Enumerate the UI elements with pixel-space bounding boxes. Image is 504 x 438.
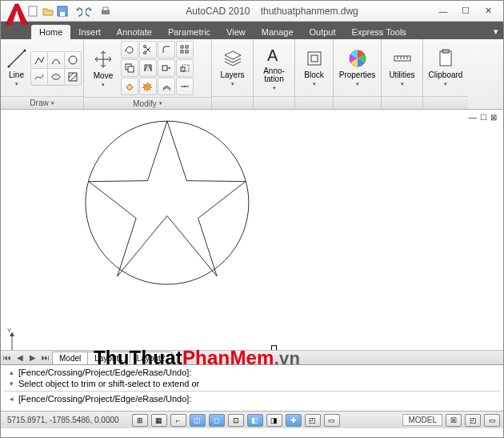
layout-prev-button[interactable]: ◀ bbox=[14, 353, 26, 362]
tab-view[interactable]: View bbox=[218, 25, 254, 39]
arc-button[interactable] bbox=[47, 51, 65, 69]
ribbon-tabs: Home Insert Annotate Parametric View Man… bbox=[1, 22, 503, 39]
layout-tab-model[interactable]: Model bbox=[52, 352, 88, 364]
status-model-button[interactable]: MODEL bbox=[402, 414, 442, 426]
utilities-button[interactable]: Utilities ▾ bbox=[386, 42, 418, 94]
copy-button[interactable] bbox=[121, 59, 138, 77]
status-dyn[interactable]: ✚ bbox=[286, 414, 302, 427]
redo-icon[interactable] bbox=[86, 6, 97, 17]
join-button[interactable] bbox=[176, 78, 194, 95]
layers-button[interactable]: Layers ▾ bbox=[217, 42, 249, 94]
mirror-button[interactable] bbox=[139, 59, 157, 77]
status-extra1[interactable]: ☒ bbox=[446, 414, 462, 427]
svg-rect-36 bbox=[442, 50, 449, 53]
svg-rect-17 bbox=[181, 50, 183, 53]
title-bar: AutoCAD 2010 thuthuatphanmem.dwg — ☐ ✕ bbox=[1, 1, 503, 22]
svg-rect-35 bbox=[440, 51, 451, 66]
panel-annotation: A Anno- tation ▾ bbox=[254, 39, 295, 109]
layout-tab-bar: ⏮ ◀ ▶ ⏭ Model Layout1 Layout2 bbox=[1, 350, 503, 364]
clipboard-label: Clipboard bbox=[429, 70, 463, 79]
svg-rect-24 bbox=[182, 65, 189, 71]
hatch-button[interactable] bbox=[64, 68, 82, 86]
fillet-button[interactable] bbox=[158, 41, 175, 58]
panel-modify: Move ▾ Modify ▾ bbox=[84, 39, 212, 109]
cmd-nav-left[interactable]: ◂ bbox=[4, 395, 18, 403]
layout-first-button[interactable]: ⏮ bbox=[1, 353, 14, 362]
tab-home[interactable]: Home bbox=[31, 25, 70, 39]
app-menu-button[interactable] bbox=[4, 2, 30, 28]
svg-rect-22 bbox=[162, 66, 167, 70]
cmd-history-prev[interactable]: ▴ bbox=[4, 368, 18, 376]
status-lwt[interactable]: ◰ bbox=[305, 414, 321, 427]
tab-express-tools[interactable]: Express Tools bbox=[344, 25, 414, 39]
drawing-area[interactable]: — ☐ ⊠ Y X ⏮ ◀ ▶ ⏭ Model Layout1 Layout bbox=[1, 110, 503, 364]
status-snap[interactable]: ⊞ bbox=[132, 414, 148, 427]
status-ducs[interactable]: ◨ bbox=[266, 414, 282, 427]
layout-tab-layout1[interactable]: Layout1 bbox=[87, 352, 130, 364]
clipboard-icon bbox=[435, 48, 456, 69]
svg-point-25 bbox=[184, 86, 186, 87]
open-icon[interactable] bbox=[42, 6, 54, 17]
tab-annotate[interactable]: Annotate bbox=[109, 25, 160, 39]
move-icon bbox=[93, 49, 114, 70]
status-ortho[interactable]: ⌐ bbox=[170, 414, 186, 427]
line-icon bbox=[6, 48, 27, 69]
layout-last-button[interactable]: ⏭ bbox=[39, 353, 52, 362]
ribbon-collapse-button[interactable]: ▾ bbox=[489, 24, 503, 39]
trim-button[interactable] bbox=[139, 41, 157, 58]
maximize-button[interactable]: ☐ bbox=[455, 3, 476, 19]
annotation-button[interactable]: A Anno- tation ▾ bbox=[258, 42, 290, 94]
close-button[interactable]: ✕ bbox=[478, 3, 498, 19]
color-wheel-icon bbox=[347, 48, 368, 69]
clipboard-button[interactable]: Clipboard ▾ bbox=[430, 42, 462, 94]
status-extra2[interactable]: ◰ bbox=[465, 414, 481, 427]
status-polar[interactable]: ◫ bbox=[190, 414, 206, 427]
chevron-down-icon: ▾ bbox=[313, 81, 316, 87]
tab-insert[interactable]: Insert bbox=[70, 25, 109, 39]
new-icon[interactable] bbox=[28, 6, 39, 17]
line-label: Line bbox=[9, 70, 24, 79]
status-grid[interactable]: ▦ bbox=[151, 414, 167, 427]
status-3dosnap[interactable]: ⊡ bbox=[228, 414, 244, 427]
tab-manage[interactable]: Manage bbox=[254, 25, 302, 39]
svg-point-6 bbox=[7, 66, 10, 68]
block-button[interactable]: Block ▾ bbox=[298, 42, 330, 94]
properties-button[interactable]: Properties ▾ bbox=[342, 42, 374, 94]
tab-parametric[interactable]: Parametric bbox=[160, 25, 218, 39]
status-coords: 5715.8971, -1785.5486, 0.0000 bbox=[4, 416, 122, 424]
chevron-down-icon[interactable]: ▾ bbox=[51, 100, 54, 106]
svg-text:A: A bbox=[267, 46, 278, 64]
panel-utilities: Utilities ▾ bbox=[382, 39, 423, 109]
undo-icon[interactable] bbox=[71, 6, 82, 17]
minimize-button[interactable]: — bbox=[433, 3, 454, 19]
line-button[interactable]: Line ▾ bbox=[4, 42, 29, 94]
erase-button[interactable] bbox=[121, 78, 138, 95]
stretch-button[interactable] bbox=[158, 59, 175, 77]
offset-button[interactable] bbox=[158, 78, 175, 95]
chevron-down-icon[interactable]: ▾ bbox=[159, 100, 162, 106]
tab-output[interactable]: Output bbox=[302, 25, 344, 39]
print-icon[interactable] bbox=[100, 6, 111, 17]
status-extra3[interactable]: ▭ bbox=[484, 414, 500, 427]
ellipse-button[interactable] bbox=[47, 68, 65, 86]
explode-button[interactable] bbox=[139, 78, 157, 95]
viewport-canvas[interactable] bbox=[7, 113, 497, 355]
panel-clipboard: Clipboard ▾ bbox=[423, 39, 468, 109]
layout-next-button[interactable]: ▶ bbox=[26, 353, 39, 362]
status-qp[interactable]: ▭ bbox=[324, 414, 340, 427]
cmd-input[interactable]: [Fence/Crossing/Project/Edge/eRase/Undo]… bbox=[18, 394, 500, 404]
status-osnap[interactable]: ◻ bbox=[209, 414, 225, 427]
array-button[interactable] bbox=[176, 41, 194, 58]
svg-rect-20 bbox=[128, 66, 134, 72]
save-icon[interactable] bbox=[57, 6, 68, 17]
circle-button[interactable] bbox=[64, 51, 82, 69]
status-otrack[interactable]: ◧ bbox=[247, 414, 263, 427]
layout-tab-layout2[interactable]: Layout2 bbox=[130, 352, 173, 364]
spline-button[interactable] bbox=[30, 68, 48, 86]
rotate-button[interactable] bbox=[121, 41, 138, 58]
polyline-button[interactable] bbox=[30, 51, 48, 69]
move-button[interactable]: Move ▾ bbox=[87, 42, 119, 94]
cmd-history-next[interactable]: ▾ bbox=[4, 380, 18, 388]
command-window[interactable]: ▴ [Fence/Crossing/Project/Edge/eRase/Und… bbox=[1, 364, 503, 411]
scale-button[interactable] bbox=[176, 59, 194, 77]
